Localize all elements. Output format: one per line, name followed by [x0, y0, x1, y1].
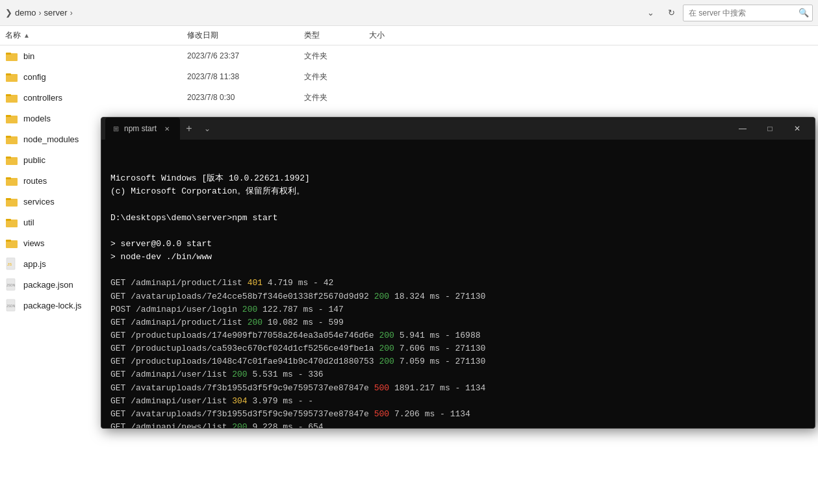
breadcrumb-sep-2: › — [70, 8, 73, 18]
terminal-titlebar: ⊞ npm start ✕ + ⌄ — □ ✕ — [101, 118, 815, 140]
file-name: config — [23, 72, 187, 82]
col-header-type[interactable]: 类型 — [304, 30, 369, 41]
maximize-btn[interactable]: □ — [756, 118, 784, 140]
col-header-name[interactable]: 名称 ▲ — [5, 30, 187, 41]
tab-chevron-btn[interactable]: ⌄ — [198, 120, 216, 138]
terminal-tab[interactable]: ⊞ npm start ✕ — [105, 118, 180, 140]
file-type: 文件夹 — [304, 92, 369, 103]
sort-arrow: ▲ — [23, 32, 30, 39]
svg-text:JSON: JSON — [6, 283, 16, 287]
svg-rect-17 — [6, 219, 11, 221]
terminal-line: GET /adminapi/user/list 200 5.531 ms - 3… — [110, 368, 806, 381]
search-icon: 🔍 — [799, 8, 809, 18]
search-wrapper: 🔍 — [683, 5, 813, 21]
terminal-window-controls: — □ ✕ — [729, 118, 811, 140]
svg-rect-1 — [6, 53, 11, 55]
list-item[interactable]: bin 2023/7/6 23:37 文件夹 — [0, 45, 818, 66]
terminal-line: GET /productuploads/174e909fb77058a264ea… — [110, 329, 806, 342]
search-input[interactable] — [683, 5, 813, 21]
terminal-line: GET /avataruploads/7f3b1955d3f5f9c9e7595… — [110, 382, 806, 395]
tab-new-btn[interactable]: + — [180, 120, 198, 138]
terminal-line: GET /adminapi/product/list 401 4.719 ms … — [110, 277, 806, 290]
refresh-btn[interactable]: ↻ — [662, 4, 680, 22]
svg-text:JS: JS — [7, 262, 12, 266]
file-type: 文件夹 — [304, 71, 369, 82]
terminal-window: ⊞ npm start ✕ + ⌄ — □ ✕ Microsoft Window… — [101, 117, 815, 429]
minimize-btn[interactable]: — — [729, 118, 756, 140]
terminal-line: GET /adminapi/product/list 200 10.082 ms… — [110, 316, 806, 329]
file-type: 文件夹 — [304, 51, 369, 62]
file-date: 2023/7/6 23:37 — [187, 51, 304, 60]
terminal-tab-icon: ⊞ — [113, 125, 119, 133]
terminal-line: (c) Microsoft Corporation。保留所有权利。 — [110, 185, 806, 198]
svg-rect-3 — [6, 73, 11, 75]
terminal-line: GET /productuploads/ca593ec670cf024d1cf5… — [110, 342, 806, 355]
terminal-line: > server@0.0.0 start — [110, 238, 806, 251]
terminal-line: GET /avataruploads/7e24cce58b7f346e01338… — [110, 290, 806, 303]
svg-rect-5 — [6, 94, 11, 96]
col-header-size[interactable]: 大小 — [369, 30, 421, 41]
breadcrumb-sep-1: › — [39, 8, 42, 18]
file-name: bin — [23, 51, 187, 61]
terminal-body[interactable]: Microsoft Windows [版本 10.0.22621.1992](c… — [101, 140, 815, 428]
list-item[interactable]: config 2023/7/8 11:38 文件夹 — [0, 66, 818, 87]
svg-rect-15 — [6, 198, 11, 200]
terminal-line: D:\desktops\demo\server>npm start — [110, 212, 806, 225]
terminal-line — [110, 225, 806, 238]
terminal-line: GET /adminapi/news/list 200 9.228 ms - 6… — [110, 421, 806, 428]
breadcrumb-arrow-left[interactable]: ❯ — [5, 8, 12, 18]
tab-close-btn[interactable]: ✕ — [162, 123, 172, 134]
file-date: 2023/7/8 0:30 — [187, 93, 304, 102]
explorer-toolbar: ❯ demo › server › ⌄ ↻ 🔍 — [0, 0, 818, 26]
terminal-line: GET /productuploads/1048c47c01fae941b9c4… — [110, 355, 806, 368]
close-btn[interactable]: ✕ — [784, 118, 811, 140]
svg-text:JSON: JSON — [6, 304, 16, 308]
terminal-line: GET /avataruploads/7f3b1955d3f5f9c9e7595… — [110, 408, 806, 421]
terminal-line: > node-dev ./bin/www — [110, 251, 806, 264]
breadcrumb-demo[interactable]: demo — [15, 8, 36, 18]
terminal-line: Microsoft Windows [版本 10.0.22621.1992] — [110, 172, 806, 185]
list-item[interactable]: controllers 2023/7/8 0:30 文件夹 — [0, 87, 818, 108]
breadcrumb-area: ❯ demo › server › — [5, 8, 639, 18]
terminal-line: GET /adminapi/user/list 304 3.979 ms - - — [110, 395, 806, 408]
col-header-date[interactable]: 修改日期 — [187, 30, 304, 41]
file-name: controllers — [23, 93, 187, 103]
terminal-line — [110, 264, 806, 277]
toolbar-right: ⌄ ↻ 🔍 — [641, 4, 813, 22]
breadcrumb-server[interactable]: server — [44, 8, 68, 18]
terminal-line: POST /adminapi/user/login 200 122.787 ms… — [110, 303, 806, 316]
terminal-tab-label: npm start — [124, 124, 157, 133]
svg-rect-7 — [6, 115, 11, 117]
file-date: 2023/7/8 11:38 — [187, 72, 304, 81]
svg-rect-9 — [6, 136, 11, 138]
svg-rect-11 — [6, 157, 11, 158]
svg-rect-13 — [6, 177, 11, 179]
svg-rect-19 — [6, 240, 11, 242]
column-headers: 名称 ▲ 修改日期 类型 大小 — [0, 26, 818, 45]
terminal-line — [110, 199, 806, 212]
dropdown-btn[interactable]: ⌄ — [641, 4, 659, 22]
